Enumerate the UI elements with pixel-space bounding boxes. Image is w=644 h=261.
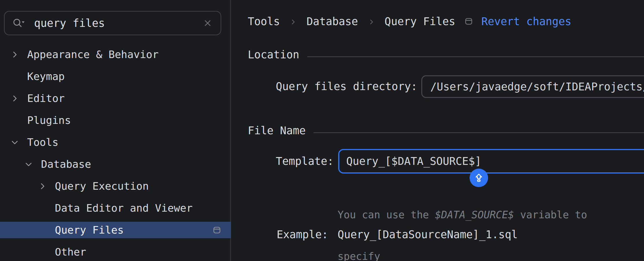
- data-source-variable: $DATA_SOURCE$: [435, 209, 514, 221]
- query-files-directory-value: /Users/javaedge/soft/IDEAProjects/: [430, 81, 644, 93]
- revert-changes-link[interactable]: Revert changes: [481, 15, 572, 28]
- section-divider: [314, 132, 644, 133]
- section-divider: [307, 56, 644, 57]
- sidebar-item-data-editor-and-viewer[interactable]: Data Editor and Viewer: [0, 200, 231, 216]
- sidebar-item-label: Other: [55, 246, 86, 258]
- breadcrumb-query-files[interactable]: Query Files: [385, 15, 455, 28]
- sidebar-item-query-execution[interactable]: Query Execution: [0, 178, 231, 194]
- breadcrumb-database[interactable]: Database: [306, 15, 358, 28]
- chevron-right-icon[interactable]: [36, 182, 49, 191]
- hint-line-2: specify: [338, 249, 587, 261]
- sidebar-item-label: Query Execution: [55, 180, 149, 192]
- sidebar-item-label: Editor: [27, 92, 65, 104]
- sidebar-item-label: Data Editor and Viewer: [55, 202, 193, 214]
- chevron-right-icon[interactable]: [9, 94, 21, 103]
- sidebar-item-label: Keymap: [27, 70, 65, 82]
- section-title: File Name: [248, 124, 306, 137]
- location-section-header: Location: [248, 47, 644, 62]
- sidebar-item-appearance-behavior[interactable]: Appearance & Behavior: [0, 46, 231, 63]
- query-files-directory-label: Query files directory:: [276, 75, 417, 98]
- sidebar-item-tools[interactable]: Tools: [0, 134, 231, 150]
- sidebar-item-editor[interactable]: Editor: [0, 90, 231, 107]
- template-value: Query_[$DATA_SOURCE$]: [346, 155, 481, 167]
- breadcrumb-tools[interactable]: Tools: [248, 15, 280, 28]
- sidebar-item-plugins[interactable]: Plugins: [0, 112, 231, 128]
- search-query-text: query files: [34, 17, 105, 29]
- modified-window-icon: [212, 225, 222, 235]
- settings-window: query files Appearance & Behavior Keymap: [0, 0, 644, 261]
- settings-tree: Appearance & Behavior Keymap Editor Plug…: [0, 46, 231, 261]
- sidebar-item-query-files[interactable]: Query Files: [0, 222, 231, 238]
- hint-line-1: You can use the $DATA_SOURCE$ variable t…: [338, 208, 587, 222]
- template-label: Template:: [276, 149, 334, 174]
- example-value: Query_[DataSourceName]_1.sql: [338, 228, 518, 242]
- template-input[interactable]: Query_[$DATA_SOURCE$]: [338, 149, 644, 174]
- chevron-down-icon[interactable]: [23, 160, 35, 169]
- chevron-right-icon[interactable]: [9, 50, 21, 59]
- search-icon[interactable]: [12, 17, 25, 29]
- file-name-section-header: File Name: [248, 123, 644, 138]
- breadcrumb-separator-icon: [368, 18, 375, 25]
- breadcrumb: Tools Database Query Files Revert change…: [248, 14, 572, 29]
- clear-search-icon[interactable]: [203, 18, 213, 28]
- settings-search-input[interactable]: query files: [4, 11, 221, 35]
- settings-sidebar: query files Appearance & Behavior Keymap: [0, 0, 231, 261]
- query-files-directory-input[interactable]: /Users/javaedge/soft/IDEAProjects/: [421, 75, 644, 98]
- sidebar-item-label: Tools: [27, 136, 58, 148]
- breadcrumb-separator-icon: [290, 18, 297, 25]
- example-label: Example:: [277, 228, 328, 242]
- sidebar-item-label: Database: [41, 158, 91, 170]
- modified-window-icon: [464, 17, 473, 26]
- sidebar-item-label: Plugins: [27, 114, 71, 126]
- sidebar-item-keymap[interactable]: Keymap: [0, 68, 231, 85]
- section-title: Location: [248, 49, 299, 61]
- chevron-down-icon[interactable]: [9, 138, 21, 147]
- sidebar-item-label: Appearance & Behavior: [27, 49, 159, 60]
- sidebar-item-other[interactable]: Other: [0, 244, 231, 260]
- sidebar-item-database[interactable]: Database: [0, 156, 231, 172]
- sidebar-item-label: Query Files: [55, 224, 124, 236]
- template-hint-text: You can use the $DATA_SOURCE$ variable t…: [338, 180, 587, 261]
